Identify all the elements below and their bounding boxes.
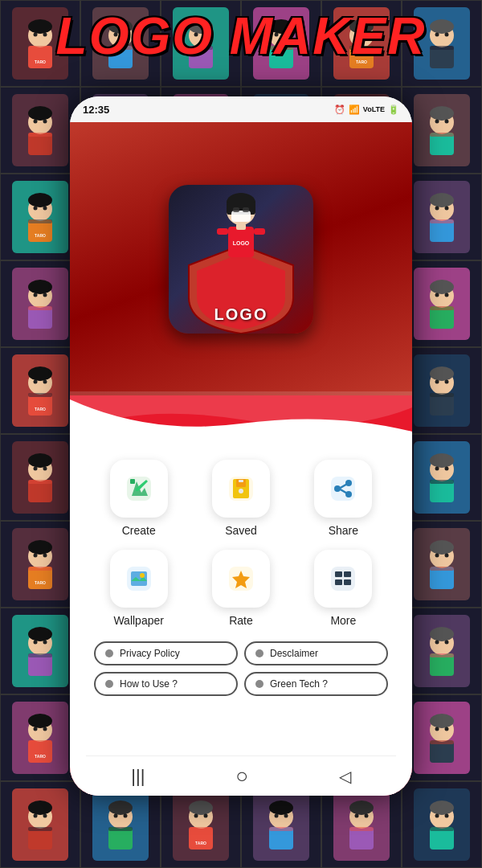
bottom-links: Privacy Policy Desclaimer How to Use ? G…	[86, 635, 396, 699]
svg-rect-98	[430, 133, 454, 137]
privacy-policy-label: Privacy Policy	[120, 648, 180, 659]
svg-point-343	[430, 540, 454, 555]
svg-rect-247	[430, 393, 454, 397]
bg-cell	[0, 260, 80, 347]
svg-point-514	[345, 480, 352, 486]
main-area: LOGO LOGO	[70, 122, 412, 796]
phone-frame: 12:35 ⏰ 📶 VoLTE 🔋	[70, 96, 412, 796]
white-card: Create Saved	[70, 436, 412, 796]
svg-point-352	[34, 641, 38, 645]
bg-cell	[0, 781, 80, 868]
disclaimer-label: Desclaimer	[270, 648, 318, 659]
svg-rect-395	[430, 653, 454, 657]
svg-point-442	[430, 714, 454, 728]
svg-point-245	[435, 380, 439, 384]
svg-text:TARO: TARO	[35, 754, 46, 759]
svg-point-451	[34, 814, 38, 818]
svg-rect-346	[430, 567, 454, 571]
recent-apps-icon[interactable]: |||	[131, 766, 145, 787]
app-title: LOGO MAKER	[0, 6, 482, 66]
svg-point-301	[28, 540, 52, 555]
svg-point-97	[445, 120, 449, 124]
svg-point-402	[43, 727, 47, 731]
svg-text:TARO: TARO	[35, 407, 46, 411]
svg-point-154	[34, 293, 38, 297]
svg-point-484	[355, 814, 359, 818]
bg-cell	[402, 781, 482, 868]
svg-point-353	[43, 641, 47, 645]
svg-point-459	[114, 814, 118, 818]
svg-point-146	[435, 207, 439, 211]
svg-point-147	[445, 207, 449, 211]
svg-point-253	[34, 467, 38, 471]
svg-point-145	[430, 193, 454, 207]
saved-button[interactable]: Saved	[196, 460, 285, 537]
green-dot	[255, 680, 263, 688]
bg-cell	[0, 608, 80, 694]
svg-point-56	[43, 120, 47, 124]
svg-point-392	[430, 627, 454, 641]
how-dot	[105, 680, 113, 688]
svg-point-303	[43, 554, 47, 558]
rate-icon	[212, 550, 270, 608]
rate-button[interactable]: Rate	[196, 550, 285, 627]
svg-point-483	[349, 800, 374, 815]
bg-cell	[0, 434, 80, 521]
svg-text:TARO: TARO	[35, 233, 46, 238]
home-icon[interactable]: ○	[235, 764, 248, 788]
status-icons: ⏰ 📶 VoLTE 🔋	[334, 104, 399, 115]
how-to-use-link[interactable]: How to Use ?	[94, 672, 238, 696]
svg-rect-522	[331, 567, 355, 591]
green-tech-link[interactable]: Green Tech ?	[244, 672, 388, 696]
svg-rect-469	[189, 827, 213, 831]
svg-rect-498	[231, 211, 251, 222]
svg-rect-296	[430, 480, 454, 484]
create-icon	[110, 460, 168, 518]
svg-rect-57	[28, 133, 52, 137]
wallpaper-button[interactable]: Wallpaper	[94, 550, 183, 627]
svg-point-155	[43, 293, 47, 297]
share-button[interactable]: Share	[299, 460, 388, 537]
svg-point-444	[445, 727, 449, 731]
disclaimer-link[interactable]: Desclaimer	[244, 641, 388, 665]
battery-icon: 🔋	[388, 104, 399, 115]
alarm-icon: ⏰	[334, 104, 345, 115]
svg-point-393	[435, 641, 439, 645]
svg-point-55	[34, 120, 38, 124]
svg-point-294	[435, 467, 439, 471]
svg-point-204	[43, 380, 47, 384]
svg-point-103	[28, 193, 52, 207]
bg-cell	[402, 260, 482, 347]
svg-rect-453	[28, 827, 52, 831]
svg-rect-255	[28, 480, 52, 484]
volte-icon: VoLTE	[363, 105, 385, 113]
svg-text:TARO: TARO	[195, 841, 206, 845]
bg-cell	[402, 694, 482, 781]
svg-point-203	[34, 380, 38, 384]
saved-label: Saved	[225, 524, 257, 537]
privacy-policy-link[interactable]: Privacy Policy	[94, 641, 238, 665]
svg-rect-511	[239, 480, 243, 482]
how-to-use-label: How to Use ?	[120, 678, 178, 690]
svg-rect-304	[28, 567, 52, 571]
svg-point-515	[345, 491, 352, 497]
svg-point-460	[124, 814, 128, 818]
more-button[interactable]: More	[299, 550, 388, 627]
svg-point-468	[204, 814, 208, 818]
svg-rect-148	[430, 219, 454, 223]
svg-point-452	[43, 814, 47, 818]
svg-point-467	[194, 814, 198, 818]
bg-cell: TARO	[0, 174, 80, 260]
svg-point-196	[445, 293, 449, 297]
svg-point-477	[284, 814, 288, 818]
svg-point-351	[28, 627, 52, 641]
svg-rect-503	[254, 228, 265, 235]
svg-point-344	[435, 554, 439, 558]
wave-divider	[70, 391, 412, 436]
svg-text:TARO: TARO	[35, 580, 46, 585]
svg-point-295	[445, 467, 449, 471]
create-button[interactable]: Create	[94, 460, 183, 537]
svg-rect-502	[217, 228, 228, 235]
privacy-dot	[105, 649, 113, 657]
back-icon[interactable]: ◁	[339, 767, 351, 786]
